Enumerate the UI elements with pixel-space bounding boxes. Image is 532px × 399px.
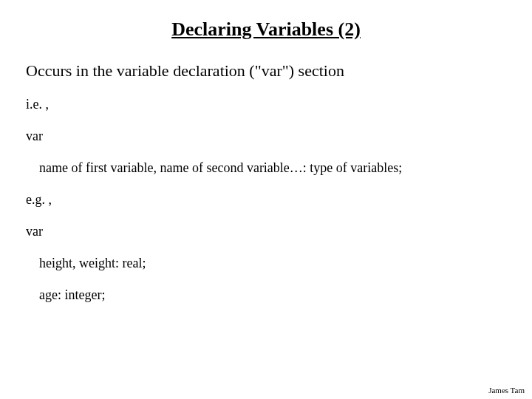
var-keyword-2: var <box>26 224 506 239</box>
eg-label: e.g. , <box>26 192 506 208</box>
ie-label: i.e. , <box>26 97 506 112</box>
footer-author: James Tam <box>488 386 525 395</box>
var-keyword-1: var <box>26 129 506 144</box>
intro-text: Occurs in the variable declaration ("var… <box>26 61 506 81</box>
example-real: height, weight: real; <box>26 256 506 271</box>
slide-title: Declaring Variables (2) <box>26 18 506 41</box>
example-integer: age: integer; <box>26 287 506 303</box>
syntax-template: name of first variable, name of second v… <box>26 160 506 176</box>
